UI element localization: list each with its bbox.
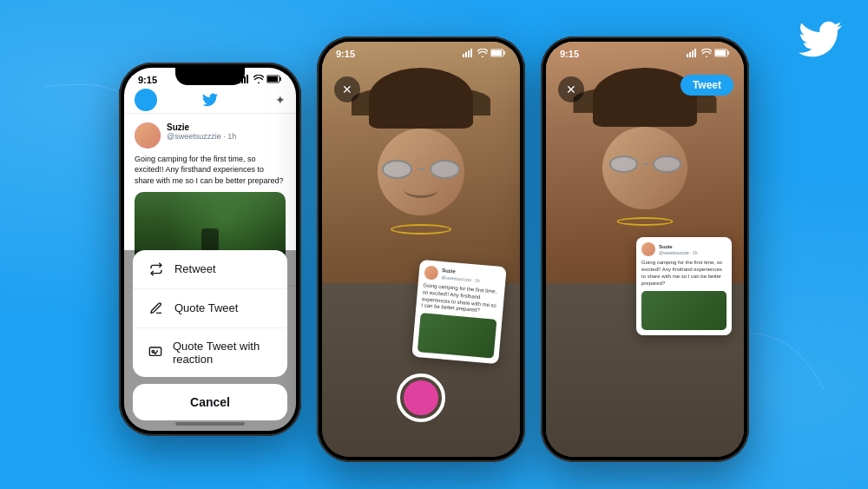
wifi-icon-center: [477, 49, 488, 59]
close-button-right[interactable]: ✕: [558, 76, 584, 102]
quote-tweet-reaction-icon: [148, 345, 162, 360]
status-icons-center: [463, 49, 506, 59]
svg-rect-16: [692, 50, 694, 57]
tweet-button-right[interactable]: Tweet: [681, 75, 733, 96]
quote-tweet-reaction-action[interactable]: Quote Tweet with reaction: [133, 328, 287, 377]
status-icons-right: [687, 49, 730, 59]
quote-tweet-icon: [148, 301, 164, 316]
nav-bar-left: ✦: [124, 87, 296, 114]
svg-rect-14: [687, 54, 688, 57]
time-right: 9:15: [560, 49, 579, 59]
notch-left: [175, 68, 245, 85]
pinned-ft-image: [641, 291, 727, 330]
pinned-ft-avatar: [641, 242, 655, 256]
hat-top-right: [593, 68, 697, 127]
phone-left-screen: 9:15 ✦: [124, 68, 296, 431]
glasses: [382, 159, 460, 180]
glasses-bridge: [418, 169, 424, 170]
svg-rect-15: [689, 52, 691, 57]
quote-tweet-label: Quote Tweet: [174, 301, 238, 314]
floating-tweet-card: Suzie @sweetsuzzzie · 1h Going camping f…: [411, 260, 506, 364]
capture-button[interactable]: [397, 373, 445, 422]
glasses-right: [607, 155, 683, 174]
tweet-handle-left: @sweetsuzzzie · 1h: [167, 132, 286, 141]
svg-rect-17: [694, 49, 696, 57]
cancel-button[interactable]: Cancel: [133, 384, 287, 420]
battery-icon-center: [490, 49, 506, 59]
svg-rect-9: [465, 52, 467, 57]
quote-tweet-action[interactable]: Quote Tweet: [133, 289, 287, 328]
svg-rect-2: [244, 76, 246, 83]
action-sheet-left: Retweet Quote Tweet Quote Tw: [124, 250, 296, 431]
svg-rect-5: [267, 76, 278, 82]
glasses-right-lens: [430, 160, 460, 179]
tweet-header-left: Suzie @sweetsuzzzie · 1h: [135, 122, 286, 149]
svg-rect-8: [463, 54, 464, 57]
face-right: [602, 127, 687, 209]
nav-avatar-left: [135, 89, 157, 111]
twitter-logo: [799, 17, 842, 52]
phone-right: 9:15 ✕ Tweet: [541, 36, 749, 462]
glasses-right-bridge: [642, 163, 648, 165]
svg-rect-10: [468, 50, 470, 57]
tweet-text-left: Going camping for the first time, so exc…: [135, 154, 286, 187]
pinned-tweet-header: Suzie @sweetsuzzzie · 1h: [641, 242, 727, 256]
svg-rect-11: [470, 49, 472, 57]
hat-top: [369, 68, 473, 129]
pinned-ft-text: Going camping for the first time, so exc…: [641, 260, 727, 287]
ft-avatar: [424, 266, 438, 281]
time-center: 9:15: [336, 49, 355, 59]
necklace-right: [617, 217, 674, 226]
svg-rect-3: [247, 75, 248, 83]
status-bar-center: 9:15: [322, 42, 520, 61]
ft-text: Going camping for the first time, so exc…: [421, 283, 499, 317]
pinned-ft-meta: Suzie @sweetsuzzzie · 1h: [659, 244, 698, 255]
retweet-label: Retweet: [174, 262, 216, 275]
face: [378, 129, 464, 215]
svg-rect-19: [715, 50, 726, 56]
glasses-right-left-lens: [609, 155, 638, 173]
ft-image: [418, 314, 497, 359]
phone-left: 9:15 ✦: [119, 63, 301, 436]
signal-icon-right: [687, 49, 699, 59]
necklace: [391, 224, 451, 235]
sparkle-icon-left: ✦: [275, 93, 286, 107]
tweet-name-left: Suzie: [167, 122, 286, 132]
svg-rect-13: [491, 50, 502, 56]
phone-center-screen: 9:15 ✕: [322, 42, 520, 457]
tweet-meta-left: Suzie @sweetsuzzzie · 1h: [167, 122, 286, 141]
nav-twitter-bird: [201, 92, 220, 108]
time-left: 9:15: [138, 75, 157, 85]
pinned-tweet-card: Suzie @sweetsuzzzie · 1h Going camping f…: [636, 237, 732, 334]
phone-center: 9:15 ✕: [317, 36, 525, 462]
action-menu-left: Retweet Quote Tweet Quote Tw: [133, 250, 287, 377]
battery-icon-left: [266, 75, 282, 85]
capture-inner: [404, 380, 438, 415]
retweet-action[interactable]: Retweet: [133, 250, 287, 289]
wifi-icon-right: [701, 49, 712, 59]
close-button-center[interactable]: ✕: [334, 76, 360, 102]
signal-icon-center: [463, 49, 475, 59]
battery-icon-right: [714, 49, 730, 59]
retweet-icon: [148, 261, 164, 277]
status-bar-right: 9:15: [546, 42, 744, 61]
status-icons-left: [239, 75, 282, 85]
smile: [404, 181, 438, 198]
phone-right-screen: 9:15 ✕ Tweet: [546, 42, 744, 457]
tweet-avatar-left: [135, 122, 161, 149]
ft-meta: Suzie @sweetsuzzzie · 1h: [441, 268, 481, 283]
glasses-right-right-lens: [653, 155, 681, 173]
wifi-icon-left: [253, 75, 264, 85]
glasses-left-lens: [382, 160, 412, 179]
quote-tweet-reaction-label: Quote Tweet with reaction: [173, 340, 272, 366]
phones-container: 9:15 ✦: [119, 36, 749, 462]
